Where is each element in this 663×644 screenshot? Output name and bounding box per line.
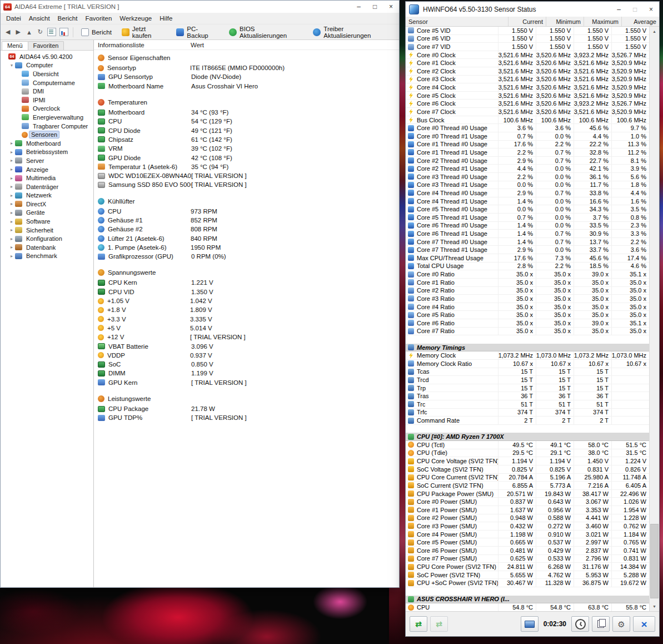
- sensor-row-trp[interactable]: Trp15 T15 T15 T: [406, 384, 649, 393]
- info-row[interactable]: +5 V5.014 V: [98, 324, 399, 333]
- info-row[interactable]: Temperatur 1 (Asetek-6)35 °C (94 °F): [98, 162, 399, 171]
- sensor-row-core-4-thread-0-usage[interactable]: Core #4 Thread #0 Usage2.9 %0.7 %33.8 %4…: [406, 189, 649, 197]
- hwinfo-titlebar[interactable]: HWiNFO64 v5.50-3130 Sensor Status – □ ×: [406, 2, 659, 17]
- collapse-arrow-icon[interactable]: ▾: [8, 63, 15, 68]
- column-header-wert[interactable]: Wert: [191, 42, 204, 48]
- sensor-row-core-1-thread-1-usage[interactable]: Core #1 Thread #1 Usage2.2 %0.7 %32.8 %1…: [406, 148, 649, 157]
- sensor-row-core-0-thread-1-usage[interactable]: Core #0 Thread #1 Usage0.7 %0.0 %4.4 %1.…: [406, 132, 649, 141]
- sensor-row-cpu-core-voltage-svi2-tfn[interactable]: CPU Core Voltage (SVI2 TFN)1.194 V1.194 …: [406, 457, 649, 465]
- info-row[interactable]: Lüfter 21 (Asetek-6)840 RPM: [98, 234, 399, 242]
- info-row[interactable]: GPU SensortypDiode (NV-Diode): [98, 72, 399, 81]
- sensor-row-core-1-ratio[interactable]: Core #1 Ratio35.0 x35.0 x35.0 x35.0 x: [406, 279, 649, 287]
- menu-datei[interactable]: Datei: [2, 14, 25, 23]
- expand-arrow-icon[interactable]: ▸: [8, 236, 15, 241]
- expand-arrow-icon[interactable]: ▸: [8, 219, 15, 224]
- close-sensors-button[interactable]: ×: [633, 616, 655, 632]
- tree-item-datenbank[interactable]: ▸Datenbank: [1, 243, 93, 252]
- aida64-titlebar[interactable]: 64 AIDA64 Extreme [ TRIAL VERSION ] – □ …: [1, 1, 399, 13]
- sensor-row-trcd[interactable]: Trcd15 T15 T15 T: [406, 376, 649, 384]
- expand-arrow-icon[interactable]: ▸: [8, 158, 15, 163]
- column-header-sensor[interactable]: Sensor: [406, 17, 508, 26]
- close-button[interactable]: ×: [643, 2, 659, 17]
- sensor-row-core-6-thread-0-usage[interactable]: Core #6 Thread #0 Usage1.4 %0.0 %33.5 %2…: [406, 222, 649, 230]
- info-row[interactable]: VRM39 °C (102 °F): [98, 144, 399, 153]
- column-header-current[interactable]: Current: [508, 17, 546, 26]
- tree-item-software[interactable]: ▸Software: [1, 217, 93, 226]
- column-header-informationsliste[interactable]: Informationsliste: [94, 42, 191, 48]
- graph-icon[interactable]: [59, 28, 68, 36]
- back-icon[interactable]: ◀: [3, 27, 13, 37]
- info-row[interactable]: CPU973 RPM: [98, 207, 399, 216]
- toolbar-bericht-button[interactable]: Bericht: [76, 26, 117, 38]
- up-icon[interactable]: ▲: [23, 28, 35, 37]
- info-row[interactable]: +1.05 V1.042 V: [98, 296, 399, 305]
- info-row[interactable]: GPU Kern[ TRIAL VERSION ]: [98, 378, 399, 387]
- scroll-down-icon[interactable]: ▼: [650, 602, 659, 611]
- info-row[interactable]: WDC WD10EZEX-08WN4A0[ TRIAL VERSION ]: [98, 171, 399, 180]
- sensor-row-core-2-thread-0-usage[interactable]: Core #2 Thread #0 Usage2.9 %0.7 %22.7 %8…: [406, 157, 649, 165]
- info-row[interactable]: Chipsatz61 °C (142 °F): [98, 135, 399, 144]
- sensor-row-core-7-ratio[interactable]: Core #7 Ratio35.0 x35.0 x35.0 x35.0 x: [406, 328, 649, 336]
- sensor-row-core-1-thread-0-usage[interactable]: Core #1 Thread #0 Usage17.6 %2.2 %22.2 %…: [406, 141, 649, 149]
- settings-button[interactable]: ⚙: [612, 616, 630, 632]
- info-row[interactable]: CPU VID1.350 V: [98, 288, 399, 296]
- sensor-row-trfc[interactable]: Trfc374 T374 T374 T: [406, 409, 649, 417]
- toolbar-treiber-aktualisierungen-button[interactable]: Treiber Aktualisierungen: [308, 26, 397, 38]
- sensor-row-memory-clock[interactable]: Memory Clock1,073.2 MHz1,073.0 MHz1,073.…: [406, 351, 649, 360]
- expand-arrow-icon[interactable]: ▸: [8, 167, 15, 172]
- tree-item-sensoren[interactable]: Sensoren: [1, 130, 93, 139]
- info-row[interactable]: GPU Diode42 °C (108 °F): [98, 153, 399, 162]
- sensor-row-cpu-tctl[interactable]: CPU (Tctl)49.5 °C49.1 °C58.0 °C51.5 °C: [406, 441, 649, 449]
- scrollbar-thumb[interactable]: [650, 524, 659, 598]
- sensor-row-core-0-thread-0-usage[interactable]: Core #0 Thread #0 Usage3.6 %3.6 %45.6 %9…: [406, 124, 649, 132]
- sensor-row-core-7-thread-0-usage[interactable]: Core #7 Thread #0 Usage1.4 %0.7 %13.7 %2…: [406, 238, 649, 246]
- info-row[interactable]: SoC0.850 V: [98, 360, 399, 369]
- maximize-button[interactable]: □: [627, 2, 643, 17]
- sensor-row-cpu-package-power-smu[interactable]: CPU Package Power (SMU)20.571 W19.843 W3…: [406, 490, 649, 498]
- sensor-row-core-5-clock[interactable]: Core #5 Clock3,521.6 MHz3,520.6 MHz3,521…: [406, 92, 649, 100]
- sensor-row-core-2-ratio[interactable]: Core #2 Ratio35.0 x35.0 x35.0 x35.0 x: [406, 287, 649, 295]
- info-row[interactable]: Samsung SSD 850 EVO 500GB[ TRIAL VERSION…: [98, 180, 399, 189]
- sensor-row-max-cpu-thread-usage[interactable]: Max CPU/Thread Usage17.6 %7.3 %45.6 %17.…: [406, 254, 649, 262]
- sensor-row-total-cpu-usage[interactable]: Total CPU Usage2.8 %2.2 %18.5 %4.6 %: [406, 262, 649, 271]
- info-row[interactable]: +1.8 V1.809 V: [98, 305, 399, 314]
- sensor-row-core-6-ratio[interactable]: Core #6 Ratio35.0 x35.0 x39.0 x35.1 x: [406, 319, 649, 328]
- sensor-row-core-1-clock[interactable]: Core #1 Clock3,521.6 MHz3,520.6 MHz3,521…: [406, 59, 649, 67]
- info-row[interactable]: CPU54 °C (129 °F): [98, 117, 399, 126]
- logging-stop-button[interactable]: ⇄: [430, 616, 448, 632]
- sensor-row-core-0-clock[interactable]: Core #0 Clock3,521.6 MHz3,520.6 MHz3,923…: [406, 51, 649, 60]
- sensor-row-core-6-power-smu[interactable]: Core #6 Power (SMU)0.481 W0.429 W2.837 W…: [406, 547, 649, 555]
- info-row[interactable]: VBAT Batterie3.096 V: [98, 341, 399, 350]
- sensor-row-soc-power-svi2-tfn[interactable]: SoC Power (SVI2 TFN)5.655 W4.762 W5.953 …: [406, 571, 649, 579]
- sensor-row-memory-clock-ratio[interactable]: Memory Clock Ratio10.67 x10.67 x10.67 x1…: [406, 360, 649, 368]
- tree-item-overclock[interactable]: Overclock: [1, 105, 93, 113]
- tree-item-ipmi[interactable]: IPMI: [1, 96, 93, 105]
- sensor-row-core-7-clock[interactable]: Core #7 Clock3,521.6 MHz3,520.6 MHz3,521…: [406, 108, 649, 116]
- toolbar-pc-backup-button[interactable]: PC-Backup: [171, 26, 224, 38]
- info-row[interactable]: +3.3 V3.335 V: [98, 315, 399, 324]
- expand-arrow-icon[interactable]: ▸: [8, 210, 15, 215]
- info-row[interactable]: CPU Package21.78 W: [98, 404, 399, 413]
- menu-bericht[interactable]: Bericht: [54, 14, 82, 23]
- sensor-row-core-3-ratio[interactable]: Core #3 Ratio35.0 x35.0 x35.0 x35.0 x: [406, 295, 649, 303]
- sensor-row-core-7-vid[interactable]: Core #7 VID1.550 V1.550 V1.550 V1.550 V: [406, 43, 649, 51]
- menu-werkzeuge[interactable]: Werkzeuge: [116, 14, 156, 23]
- sensor-row-bus-clock[interactable]: Bus Clock100.6 MHz100.6 MHz100.6 MHz100.…: [406, 116, 649, 125]
- sensor-row-core-4-thread-1-usage[interactable]: Core #4 Thread #1 Usage1.4 %0.0 %16.6 %1…: [406, 197, 649, 206]
- sensor-row-core-3-clock[interactable]: Core #3 Clock3,521.6 MHz3,520.6 MHz3,521…: [406, 76, 649, 84]
- section-row-memory-timings[interactable]: Memory Timings: [406, 344, 649, 352]
- tree-item-tragbarer-computer[interactable]: Tragbarer Computer: [1, 122, 93, 131]
- info-row[interactable]: CPU Kern1.221 V: [98, 278, 399, 287]
- tree-item-übersicht[interactable]: Übersicht: [1, 70, 93, 78]
- sensor-row-core-3-thread-0-usage[interactable]: Core #3 Thread #0 Usage2.2 %0.0 %36.1 %5…: [406, 173, 649, 181]
- info-row[interactable]: SensortypITE IT8665E (MMIO FD000000h): [98, 63, 399, 72]
- minimize-button[interactable]: –: [351, 1, 367, 13]
- sensor-row-core-5-power-smu[interactable]: Core #5 Power (SMU)0.665 W0.537 W2.997 W…: [406, 538, 649, 547]
- info-row[interactable]: 1. Pumpe (Asetek-6)1950 RPM: [98, 243, 399, 252]
- tab-favoriten[interactable]: Favoriten: [28, 41, 64, 50]
- tree-item-energieverwaltung[interactable]: Energieverwaltung: [1, 113, 93, 122]
- info-row[interactable]: +12 V[ TRIAL VERSION ]: [98, 333, 399, 341]
- info-row[interactable]: Grafikprozessor (GPU)0 RPM (0%): [98, 252, 399, 261]
- tree-item-computer[interactable]: ▾Computer: [1, 61, 93, 70]
- sensor-row-core-6-vid[interactable]: Core #6 VID1.550 V1.550 V1.550 V1.550 V: [406, 35, 649, 43]
